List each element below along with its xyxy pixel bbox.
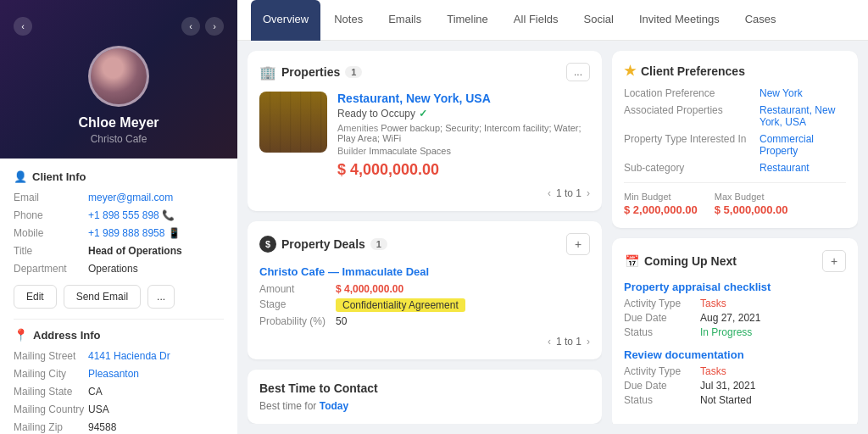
min-budget: Min Budget $ 2,000,000.00 <box>624 192 698 216</box>
pin-icon: 📍 <box>14 328 28 342</box>
tab-notes[interactable]: Notes <box>322 0 375 41</box>
min-budget-label: Min Budget <box>624 192 698 202</box>
tab-invited-meetings[interactable]: Invited Meetings <box>627 0 732 41</box>
street-label: Mailing Street <box>14 350 88 362</box>
deals-add-button[interactable]: + <box>566 233 590 255</box>
activity-1-status-label: Status <box>624 326 700 338</box>
budget-row: Min Budget $ 2,000,000.00 Max Budget $ 5… <box>624 192 846 216</box>
phone-label: Phone <box>14 209 88 221</box>
tab-timeline[interactable]: Timeline <box>435 0 500 41</box>
deal-amount-row: Amount $ 4,000,000.00 <box>259 283 590 295</box>
activity-1-status-value: In Progress <box>700 326 752 338</box>
activity-1-due-value: Aug 27, 2021 <box>700 312 760 324</box>
today-link[interactable]: Today <box>320 400 348 412</box>
activity-item-2: Review documentation Activity Type Tasks… <box>624 348 846 406</box>
coming-up-next-card: 📅 Coming Up Next + Property appraisal ch… <box>612 238 858 424</box>
max-budget-label: Max Budget <box>715 192 788 202</box>
check-icon: ✓ <box>419 108 427 120</box>
deals-next-arrow[interactable]: › <box>587 336 590 348</box>
star-icon: ★ <box>624 63 636 79</box>
activity-1-status-row: Status In Progress <box>624 326 846 338</box>
deals-prev-arrow[interactable]: ‹ <box>548 336 551 348</box>
more-button[interactable]: ... <box>147 285 175 309</box>
deal-item: Christo Cafe — Immaculate Deal Amount $ … <box>259 265 590 327</box>
send-email-button[interactable]: Send Email <box>64 285 141 309</box>
city-label: Mailing City <box>14 368 88 380</box>
zip-label: Mailing Zip <box>14 421 88 433</box>
left-content: 👤 Client Info Email meyer@gmail.com Phon… <box>0 159 237 434</box>
client-preferences-card: ★ Client Preferences Location Preference… <box>612 51 858 228</box>
tab-allfields[interactable]: All Fields <box>502 0 570 41</box>
next-page-arrow[interactable]: › <box>587 187 590 199</box>
max-budget: Max Budget $ 5,000,000.00 <box>715 192 788 216</box>
prob-value: 50 <box>336 315 347 327</box>
city-row: Mailing City Pleasanton <box>14 368 224 380</box>
pref-proptype-label: Property Type Interested In <box>624 133 760 157</box>
country-row: Mailing Country USA <box>14 403 224 415</box>
pref-divider <box>624 182 846 183</box>
title-value: Head of Operations <box>88 245 182 257</box>
pref-subcat-row: Sub-category Restaurant <box>624 162 846 174</box>
dept-row: Department Operations <box>14 263 224 275</box>
pref-assoc-row: Associated Properties Restaurant, New Yo… <box>624 104 846 128</box>
activity-2-status-value: Not Started <box>700 394 752 406</box>
coming-up-add-button[interactable]: + <box>822 250 846 272</box>
amount-label: Amount <box>259 283 336 295</box>
coming-up-title: 📅 Coming Up Next <box>624 253 737 269</box>
tab-emails[interactable]: Emails <box>376 0 433 41</box>
mobile-value[interactable]: +1 989 888 8958 📱 <box>88 227 181 239</box>
property-builder: Builder Immaculate Spaces <box>337 146 590 156</box>
tabs-bar: Overview Notes Emails Timeline All Field… <box>237 0 868 41</box>
phone-row: Phone +1 898 555 898 📞 <box>14 209 224 221</box>
property-amenities: Amenities Power backup; Security; Interc… <box>337 123 590 143</box>
tab-cases[interactable]: Cases <box>733 0 788 41</box>
mobile-label: Mobile <box>14 227 88 239</box>
prev-button[interactable]: ‹ <box>181 17 200 36</box>
pref-location-row: Location Preference New York <box>624 87 846 99</box>
street-value: 4141 Hacienda Dr <box>88 350 170 362</box>
activity-1-type-label: Activity Type <box>624 298 700 309</box>
deal-prob-row: Probability (%) 50 <box>259 315 590 327</box>
center-column: 🏢 Properties 1 ... Restaurant, New York,… <box>248 51 602 424</box>
property-status: Ready to Occupy ✓ <box>337 108 590 120</box>
content-area: 🏢 Properties 1 ... Restaurant, New York,… <box>237 41 868 434</box>
pagination-text: 1 to 1 <box>556 187 581 199</box>
deals-card-header: $ Property Deals 1 + <box>259 233 590 255</box>
pref-subcat-label: Sub-category <box>624 162 760 174</box>
deals-pagination: ‹ 1 to 1 › <box>259 336 590 348</box>
phone-value[interactable]: +1 898 555 898 📞 <box>88 209 175 221</box>
dept-label: Department <box>14 263 88 275</box>
stage-badge: Confidentiality Agreement <box>336 298 465 312</box>
email-row: Email meyer@gmail.com <box>14 192 224 203</box>
activity-2-title[interactable]: Review documentation <box>624 348 846 361</box>
state-value: CA <box>88 386 103 398</box>
property-price: $ 4,000,000.00 <box>337 161 590 179</box>
activity-1-type-row: Activity Type Tasks <box>624 298 846 309</box>
activity-2-type-label: Activity Type <box>624 365 700 377</box>
next-button[interactable]: › <box>205 17 224 36</box>
properties-pagination: ‹ 1 to 1 › <box>259 187 590 199</box>
phone-icon: 📞 <box>162 209 175 221</box>
min-budget-amount: $ 2,000,000.00 <box>624 203 698 216</box>
back-button[interactable]: ‹ <box>14 17 32 36</box>
left-panel: ‹ ‹ › Chloe Meyer Christo Cafe 👤 Client … <box>0 0 237 434</box>
tab-social[interactable]: Social <box>572 0 626 41</box>
prev-page-arrow[interactable]: ‹ <box>548 187 551 199</box>
tab-overview[interactable]: Overview <box>251 0 320 41</box>
title-row: Title Head of Operations <box>14 245 224 257</box>
calendar-icon: 📅 <box>624 253 639 269</box>
property-name[interactable]: Restaurant, New York, USA <box>337 92 590 105</box>
email-value[interactable]: meyer@gmail.com <box>88 192 173 203</box>
avatar-image <box>91 48 147 104</box>
deals-count: 1 <box>370 238 387 250</box>
properties-card-header: 🏢 Properties 1 ... <box>259 63 590 81</box>
state-label: Mailing State <box>14 386 88 398</box>
properties-more-button[interactable]: ... <box>566 63 590 81</box>
pref-assoc-value: Restaurant, New York, USA <box>760 104 846 128</box>
activity-1-title[interactable]: Property appraisal checklist <box>624 281 846 293</box>
property-details: Restaurant, New York, USA Ready to Occup… <box>337 92 590 179</box>
edit-button[interactable]: Edit <box>14 285 57 309</box>
zip-row: Mailing Zip 94588 <box>14 421 224 433</box>
activity-1-due-row: Due Date Aug 27, 2021 <box>624 312 846 324</box>
deal-name[interactable]: Christo Cafe — Immaculate Deal <box>259 265 590 278</box>
